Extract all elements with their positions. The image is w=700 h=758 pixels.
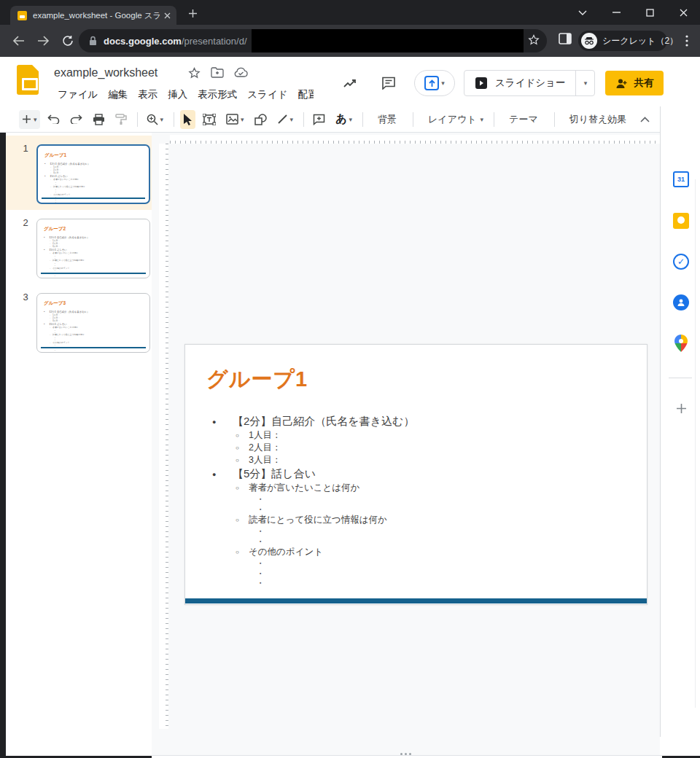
insert-line-caret-icon[interactable]: ▾: [290, 116, 294, 123]
present-dropdown-caret-icon[interactable]: ▾: [441, 79, 445, 87]
browser-tab[interactable]: example_worksheet - Google スラ: [10, 6, 176, 25]
layout-button[interactable]: レイアウト▾: [419, 110, 486, 129]
share-button[interactable]: 共有: [605, 71, 664, 95]
new-tab-button[interactable]: [188, 9, 198, 18]
current-slide[interactable]: グループ1 ●【2分】自己紹介（氏名を書き込む）○1人目：○2人目：○3人目：●…: [184, 344, 648, 605]
tasks-app-icon[interactable]: ✓: [672, 253, 690, 270]
background-button[interactable]: 背景: [372, 113, 402, 126]
menu-format[interactable]: 表示形式: [192, 86, 242, 103]
add-addon-icon[interactable]: [672, 399, 690, 417]
slide-1-number: 1: [19, 143, 32, 154]
slide-1-thumbnail[interactable]: グループ1 ●【2分】自己紹介（氏名を書き込む）○1人目：○2人目：○3人目：●…: [36, 144, 150, 204]
undo-button[interactable]: [44, 110, 63, 129]
slide-body-text[interactable]: ●【2分】自己紹介（氏名を書き込む）○1人目：○2人目：○3人目：●【5分】話し…: [185, 414, 639, 588]
present-button[interactable]: ▾: [414, 70, 455, 96]
calendar-app-icon[interactable]: 31: [672, 171, 690, 188]
main-area: 1 グループ1 ●【2分】自己紹介（氏名を書き込む）○1人目：○2人目：○3人目…: [0, 133, 700, 756]
text-box-button[interactable]: [200, 110, 219, 129]
zoom-button[interactable]: ▾: [144, 110, 167, 129]
back-button[interactable]: [7, 30, 29, 52]
collapse-menus-icon[interactable]: [640, 117, 650, 122]
url-path: /presentation/d/: [182, 36, 247, 47]
move-to-folder-icon[interactable]: [211, 67, 224, 79]
slide-2-thumbnail[interactable]: グループ2 ●【2分】自己紹介（氏名を書き込む）○1人目：○2人目：○3人目：●…: [36, 219, 150, 278]
url-redaction-box: [252, 29, 524, 52]
bookmark-star-icon[interactable]: [528, 34, 540, 46]
tab-search-chevron-icon[interactable]: [566, 0, 599, 25]
filmstrip-row-1[interactable]: 1 グループ1 ●【2分】自己紹介（氏名を書き込む）○1人目：○2人目：○3人目…: [6, 136, 152, 210]
filmstrip-row-2[interactable]: 2 グループ2 ●【2分】自己紹介（氏名を書き込む）○1人目：○2人目：○3人目…: [6, 210, 152, 284]
insert-comment-button[interactable]: [310, 110, 328, 129]
thumb-1-title: グループ1: [44, 152, 149, 159]
share-person-icon: [615, 78, 628, 89]
input-tools-caret-icon[interactable]: ▾: [349, 116, 352, 123]
insert-shape-button[interactable]: [252, 110, 270, 129]
transition-button[interactable]: 切り替え効果: [564, 113, 633, 126]
browser-titlebar: example_worksheet - Google スラ: [0, 0, 700, 25]
lock-icon: [89, 36, 97, 46]
slides-favicon-icon: [18, 11, 27, 20]
speaker-notes-panel[interactable]: クリックするとスピーカー ノートを追加できます ✦ データ探索: [152, 755, 662, 758]
browser-menu-icon[interactable]: [678, 32, 696, 50]
header-actions: ▾ スライドショー ▾ 共有: [314, 60, 700, 106]
insert-image-caret-icon[interactable]: ▾: [241, 116, 244, 123]
thumb-3-body: ●【2分】自己紹介（氏名を書き込む）○1人目：○2人目：○3人目：●【5分】話し…: [37, 310, 149, 351]
thumb-1-accent-bar: [42, 198, 145, 200]
tab-title: example_worksheet - Google スラ: [33, 10, 161, 21]
slide-canvas[interactable]: グループ1 ●【2分】自己紹介（氏名を書き込む）○1人目：○2人目：○3人目：●…: [152, 133, 660, 754]
redo-button[interactable]: [67, 110, 85, 129]
incognito-badge[interactable]: シークレット（2）: [578, 31, 667, 51]
close-window-button[interactable]: [666, 0, 700, 25]
maps-app-icon[interactable]: [672, 335, 690, 352]
insert-image-button[interactable]: ▾: [223, 110, 247, 129]
present-arrow-icon: [424, 76, 439, 90]
menu-edit[interactable]: 編集: [103, 86, 133, 103]
url-omnibox[interactable]: docs.google.com/presentation/d/: [79, 29, 547, 52]
forward-button[interactable]: [32, 30, 54, 52]
menu-slide[interactable]: スライド: [242, 86, 292, 103]
incognito-icon: [581, 33, 597, 49]
select-tool-button[interactable]: [180, 110, 195, 129]
document-title[interactable]: example_worksheet: [54, 66, 158, 79]
maximize-button[interactable]: [633, 0, 666, 25]
new-slide-caret-icon[interactable]: ▾: [34, 116, 37, 123]
thumb-3-accent-bar: [41, 347, 146, 349]
url-host: docs.google.com: [104, 36, 182, 47]
menu-file[interactable]: ファイル: [52, 86, 103, 103]
slideshow-label: スライドショー: [495, 77, 565, 90]
tab-close-icon[interactable]: [164, 12, 171, 19]
slideshow-dropdown-caret-icon[interactable]: ▾: [575, 71, 594, 95]
activity-trend-icon[interactable]: [341, 74, 360, 93]
slides-logo-icon[interactable]: [17, 65, 39, 95]
zoom-caret-icon[interactable]: ▾: [160, 116, 164, 123]
edit-toolbar: ▾ ▾ ▾: [0, 106, 660, 133]
insert-line-button[interactable]: ▾: [274, 110, 297, 129]
slide-accent-bar: [185, 598, 647, 603]
paint-format-button[interactable]: [112, 110, 130, 129]
horizontal-ruler: [170, 135, 660, 144]
slideshow-button[interactable]: スライドショー ▾: [464, 70, 595, 96]
reload-button[interactable]: [57, 30, 79, 52]
contacts-app-icon[interactable]: [672, 294, 690, 311]
window-controls: [566, 0, 700, 25]
menu-view[interactable]: 表示: [133, 86, 163, 103]
keep-app-icon[interactable]: [672, 212, 690, 230]
slide-3-number: 3: [19, 292, 32, 302]
star-document-icon[interactable]: [188, 67, 201, 79]
slide-title[interactable]: グループ1: [206, 365, 308, 394]
new-slide-button[interactable]: ▾: [19, 110, 40, 129]
minimize-button[interactable]: [599, 0, 633, 25]
thumb-3-title: グループ3: [44, 300, 149, 307]
input-tools-label: あ: [335, 112, 346, 126]
side-panel-icon[interactable]: [559, 33, 572, 44]
filmstrip-row-3[interactable]: 3 グループ3 ●【2分】自己紹介（氏名を書き込む）○1人目：○2人目：○3人目…: [6, 284, 152, 359]
thumb-2-body: ●【2分】自己紹介（氏名を書き込む）○1人目：○2人目：○3人目：●【5分】話し…: [37, 235, 149, 276]
comment-history-icon[interactable]: [379, 74, 398, 93]
cloud-saved-icon[interactable]: [234, 67, 248, 79]
theme-button[interactable]: テーマ: [503, 113, 544, 126]
slide-3-thumbnail[interactable]: グループ3 ●【2分】自己紹介（氏名を書き込む）○1人目：○2人目：○3人目：●…: [36, 293, 150, 353]
menu-insert[interactable]: 挿入: [163, 86, 192, 103]
input-tools-button[interactable]: あ ▾: [332, 110, 355, 129]
print-button[interactable]: [90, 110, 108, 129]
slides-app: example_worksheet ファイル 編集 表示 挿入 表示形式 スライ…: [0, 57, 700, 756]
